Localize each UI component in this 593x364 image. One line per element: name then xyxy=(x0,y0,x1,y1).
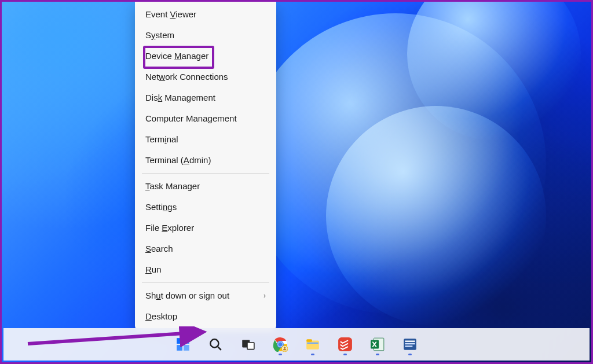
running-indicator xyxy=(376,354,379,355)
todoist-icon xyxy=(338,337,353,352)
menu-item-label: Search xyxy=(145,243,173,255)
menu-item-network-connections[interactable]: Network Connections xyxy=(137,67,274,87)
menu-item-label: Settings xyxy=(145,201,177,213)
word-app[interactable] xyxy=(398,333,422,356)
menu-item-label: Shut down or sign out xyxy=(145,290,229,302)
menu-item-label: System xyxy=(145,30,174,41)
svg-point-13 xyxy=(284,347,285,348)
menu-item-task-manager[interactable]: Task Manager xyxy=(137,176,274,197)
menu-item-settings[interactable]: Settings xyxy=(137,197,274,218)
svg-rect-1 xyxy=(184,338,189,344)
menu-item-label: Run xyxy=(145,264,162,275)
desktop-wallpaper xyxy=(2,2,591,362)
svg-rect-15 xyxy=(306,339,312,341)
menu-item-device-manager[interactable]: Device Manager xyxy=(137,46,274,67)
svg-rect-0 xyxy=(177,338,182,344)
menu-item-run[interactable]: Run xyxy=(137,259,274,280)
menu-item-label: Event Viewer xyxy=(145,9,196,20)
menu-item-disk-management[interactable]: Disk Management xyxy=(137,87,274,108)
running-indicator xyxy=(311,354,314,355)
menu-item-label: Computer Management xyxy=(145,113,237,124)
svg-rect-23 xyxy=(405,345,412,347)
menu-item-label: Disk Management xyxy=(145,92,215,104)
menu-item-terminal-admin[interactable]: Terminal (Admin) xyxy=(137,150,274,171)
taskbar xyxy=(3,328,590,361)
menu-separator xyxy=(142,173,269,174)
task-view-button[interactable] xyxy=(236,333,259,356)
menu-item-label: Network Connections xyxy=(145,71,228,83)
svg-rect-3 xyxy=(184,345,189,351)
menu-item-desktop[interactable]: Desktop xyxy=(137,306,274,327)
menu-item-label: Terminal (Admin) xyxy=(145,155,211,166)
svg-point-4 xyxy=(210,339,218,347)
search-button[interactable] xyxy=(204,333,227,356)
menu-item-event-viewer[interactable]: Event Viewer xyxy=(137,4,274,25)
chrome-app[interactable] xyxy=(269,333,292,356)
chevron-right-icon: › xyxy=(263,290,266,302)
todoist-app[interactable] xyxy=(334,333,357,356)
start-button[interactable] xyxy=(171,333,195,356)
running-indicator xyxy=(408,354,412,355)
start-icon xyxy=(175,337,191,352)
menu-item-file-explorer[interactable]: File Explorer xyxy=(137,218,274,238)
excel-icon xyxy=(370,337,385,352)
svg-line-5 xyxy=(218,347,221,350)
taskview-icon xyxy=(240,337,255,352)
svg-rect-14 xyxy=(306,341,319,350)
menu-separator xyxy=(142,282,269,283)
menu-item-label: Task Manager xyxy=(145,181,200,192)
search-icon xyxy=(208,337,223,352)
file-explorer-app[interactable] xyxy=(301,333,324,356)
chrome-icon xyxy=(273,337,288,352)
svg-point-11 xyxy=(278,342,283,347)
menu-item-computer-management[interactable]: Computer Management xyxy=(137,108,274,129)
explorer-icon xyxy=(305,337,320,352)
excel-app[interactable] xyxy=(366,333,389,356)
running-indicator xyxy=(279,354,282,355)
svg-rect-21 xyxy=(405,341,415,342)
word-icon xyxy=(402,337,418,352)
menu-item-terminal[interactable]: Terminal xyxy=(137,129,274,150)
svg-rect-16 xyxy=(307,343,319,344)
running-indicator xyxy=(343,354,347,355)
svg-rect-2 xyxy=(177,345,182,351)
menu-item-system[interactable]: System xyxy=(137,25,274,46)
menu-item-search[interactable]: Search xyxy=(137,238,274,259)
menu-item-label: Terminal xyxy=(145,134,178,145)
menu-item-shut-down-or-sign-out[interactable]: Shut down or sign out› xyxy=(137,285,274,306)
svg-rect-7 xyxy=(247,343,254,350)
menu-item-label: File Explorer xyxy=(145,222,194,234)
winx-context-menu: Event ViewerSystemDevice ManagerNetwork … xyxy=(135,2,276,330)
menu-item-label: Desktop xyxy=(145,311,177,322)
svg-rect-22 xyxy=(405,343,415,344)
menu-item-label: Device Manager xyxy=(145,50,208,62)
